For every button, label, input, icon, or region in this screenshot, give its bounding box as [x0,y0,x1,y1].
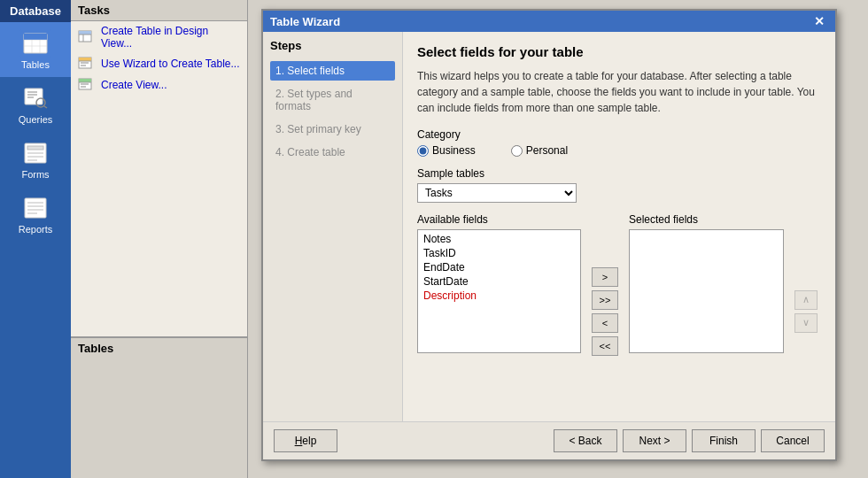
move-all-button[interactable]: >> [592,290,618,310]
task-create-design-label: Create Table in Design View... [101,25,240,50]
transfer-buttons: > >> < << [588,213,622,409]
selected-fields-section: Selected fields [629,213,784,409]
field-startdate[interactable]: StartDate [420,274,578,289]
svg-rect-1 [24,34,47,40]
cancel-button[interactable]: Cancel [761,429,825,452]
task-wizard-icon [78,57,96,71]
next-button[interactable]: Next > [623,429,686,452]
radio-business-label: Business [432,144,476,157]
svg-rect-17 [25,198,46,218]
tasks-header: Tasks [71,0,247,21]
svg-rect-27 [79,58,91,61]
steps-panel: Steps 1. Select fields 2. Set types and … [263,32,403,421]
svg-line-8 [44,106,47,108]
svg-rect-6 [25,89,43,104]
sidebar-item-tables[interactable]: Tables [0,22,71,77]
wizard-content-title: Select fields for your table [417,44,821,59]
available-fields-label: Available fields [417,213,581,226]
sample-tables-label: Sample tables [417,167,821,180]
step-3[interactable]: 3. Set primary key [270,120,395,139]
svg-rect-32 [79,79,91,82]
fields-row: Available fields Notes TaskID EndDate St… [417,213,821,409]
help-button[interactable]: Help [274,429,337,452]
radio-personal-label: Personal [526,144,568,157]
queries-icon [19,84,51,112]
category-radio-group: Business Personal [417,144,821,157]
sidebar-item-forms[interactable]: Forms [0,132,71,187]
sample-tables-select[interactable]: Tasks Contacts Orders Products Employees [417,183,577,203]
dialog-close-button[interactable]: ✕ [810,14,828,28]
tables-section-label: Tables [78,342,113,355]
wizard-description: This wizard helps you to create a table … [417,68,821,116]
sidebar: Database Tables Queries [0,0,71,478]
sidebar-item-forms-label: Forms [21,169,49,180]
field-description[interactable]: Description [420,289,578,303]
back-button[interactable]: < Back [554,429,617,452]
task-design-icon [78,30,96,44]
wizard-content: Select fields for your table This wizard… [403,32,835,421]
svg-rect-13 [27,146,43,150]
sidebar-item-reports-label: Reports [19,224,53,235]
dialog-title: Table Wizard [270,15,340,28]
remove-one-button[interactable]: < [592,313,618,333]
sidebar-item-tables-label: Tables [21,59,50,70]
available-fields-section: Available fields Notes TaskID EndDate St… [417,213,581,409]
sidebar-item-queries[interactable]: Queries [0,77,71,132]
category-label: Category [417,128,821,141]
radio-business[interactable]: Business [417,144,476,157]
sidebar-item-queries-label: Queries [19,114,53,125]
dialog-body: Steps 1. Select fields 2. Set types and … [263,32,835,421]
move-up-button[interactable]: ∧ [794,290,818,310]
reorder-buttons: ∧ ∨ [791,213,821,409]
help-underline: Help [295,435,317,447]
field-notes[interactable]: Notes [420,232,578,246]
available-fields-list[interactable]: Notes TaskID EndDate StartDate Descripti… [417,229,581,353]
field-taskid[interactable]: TaskID [420,246,578,260]
radio-business-input[interactable] [417,145,429,157]
task-create-view-label: Create View... [101,79,167,91]
dialog-footer: Help < Back Next > Finish Cancel [263,421,835,459]
move-one-button[interactable]: > [592,267,618,287]
step-4[interactable]: 4. Create table [270,143,395,162]
task-view-icon [78,78,96,92]
sample-tables-row: Tasks Contacts Orders Products Employees [417,183,821,203]
sidebar-item-reports[interactable]: Reports [0,187,71,242]
task-create-design[interactable]: Create Table in Design View... [71,21,247,53]
move-down-button[interactable]: ∨ [794,313,818,333]
finish-button[interactable]: Finish [692,429,756,452]
remove-all-button[interactable]: << [592,336,618,356]
selected-fields-list[interactable] [629,229,784,353]
tables-section: Tables [71,336,248,478]
radio-personal[interactable]: Personal [511,144,568,157]
steps-title: Steps [270,39,395,52]
task-use-wizard-label: Use Wizard to Create Table... [101,58,240,70]
radio-personal-input[interactable] [511,145,523,157]
step-2[interactable]: 2. Set types and formats [270,84,395,116]
forms-icon [19,139,51,167]
svg-rect-23 [79,31,91,35]
field-enddate[interactable]: EndDate [420,260,578,274]
reports-icon [19,194,51,222]
step-1[interactable]: 1. Select fields [270,61,395,81]
tables-icon [19,29,51,58]
task-use-wizard[interactable]: Use Wizard to Create Table... [71,53,247,74]
task-create-view[interactable]: Create View... [71,74,247,96]
sidebar-header: Database [0,0,71,22]
table-wizard-dialog: Table Wizard ✕ Steps 1. Select fields 2.… [261,9,837,461]
selected-fields-label: Selected fields [629,213,784,226]
dialog-titlebar: Table Wizard ✕ [263,11,835,32]
